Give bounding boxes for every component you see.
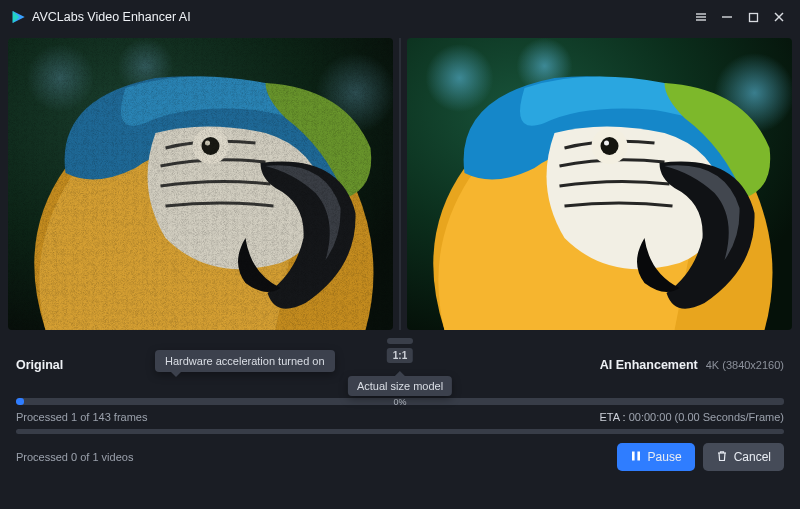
enhanced-pane[interactable] (407, 38, 792, 330)
labels-row: Original Hardware acceleration turned on… (0, 352, 800, 378)
preview-divider[interactable] (399, 38, 401, 330)
app-title: AVCLabs Video Enhancer AI (32, 10, 191, 24)
videos-progress-bar[interactable] (16, 429, 784, 434)
svg-point-22 (601, 137, 619, 155)
menu-button[interactable] (688, 4, 714, 30)
frames-progress-percent: 0% (393, 398, 406, 405)
pause-button-label: Pause (648, 450, 682, 464)
cancel-button[interactable]: Cancel (703, 443, 784, 471)
svg-point-18 (426, 44, 494, 112)
svg-rect-24 (632, 451, 635, 460)
enhancement-label: AI Enhancement (600, 358, 698, 372)
eta-label: ETA : (600, 411, 626, 423)
output-resolution: 4K (3840x2160) (706, 359, 784, 371)
close-button[interactable] (766, 4, 792, 30)
cancel-button-label: Cancel (734, 450, 771, 464)
hw-accel-tooltip: Hardware acceleration turned on (155, 350, 335, 372)
pause-button[interactable]: Pause (617, 443, 695, 471)
bottom-bar: Processed 0 of 1 videos Pause Cancel (0, 434, 800, 471)
logo-icon (10, 9, 26, 25)
frames-processed-text: Processed 1 of 143 frames (16, 411, 147, 423)
maximize-button[interactable] (740, 4, 766, 30)
app-logo: AVCLabs Video Enhancer AI (10, 9, 191, 25)
svg-rect-16 (8, 38, 393, 330)
trash-icon (716, 450, 728, 465)
preview-area (8, 38, 792, 330)
drag-handle[interactable] (387, 338, 413, 344)
frames-progress-fill (16, 398, 24, 405)
eta-value: 00:00:00 (0.00 Seconds/Frame) (629, 411, 784, 423)
videos-progress-group (0, 423, 800, 434)
videos-processed-text: Processed 0 of 1 videos (16, 451, 133, 463)
svg-rect-25 (637, 451, 640, 460)
frames-progress-bar[interactable]: 0% (16, 398, 784, 405)
original-pane[interactable] (8, 38, 393, 330)
zoom-ratio-badge[interactable]: 1:1 (387, 348, 413, 363)
svg-point-23 (604, 141, 609, 146)
minimize-button[interactable] (714, 4, 740, 30)
original-label: Original (16, 358, 63, 372)
size-model-tooltip: Actual size model (348, 376, 452, 396)
titlebar: AVCLabs Video Enhancer AI (0, 0, 800, 34)
pause-icon (630, 450, 642, 465)
svg-rect-6 (749, 13, 757, 21)
